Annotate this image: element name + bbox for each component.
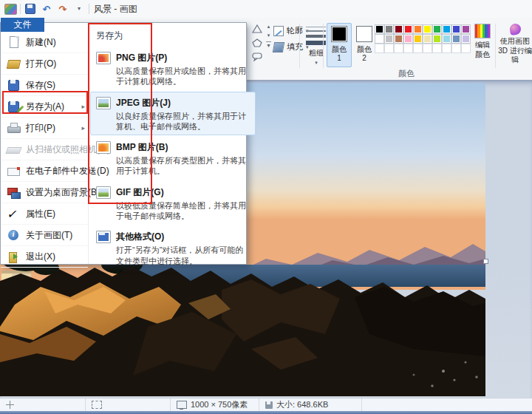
palette-swatch[interactable] (432, 34, 442, 44)
palette-swatch[interactable] (451, 24, 461, 34)
palette-empty-slot[interactable] (375, 44, 384, 53)
printer-icon (7, 121, 21, 135)
palette-swatch[interactable] (413, 34, 423, 44)
saveas-option-gif[interactable]: GIF 图片(G)以较低质量保存简单绘图，并将其用于电子邮件或网络。 (90, 181, 256, 225)
menu-item-properties[interactable]: ✓属性(E) (1, 203, 88, 225)
palette-swatch[interactable] (394, 24, 403, 34)
palette-swatch[interactable] (375, 24, 384, 34)
window-bottom-edge (0, 411, 532, 414)
palette-swatch[interactable] (375, 34, 384, 44)
palette-swatch[interactable] (442, 24, 451, 34)
fill-label: 填充 (287, 41, 303, 52)
thickness-label-area[interactable]: 粗细 ▾ (309, 49, 324, 67)
palette-empty-slot[interactable] (461, 44, 471, 53)
menu-item-exit[interactable]: 退出(X) (1, 246, 88, 268)
palette-swatch[interactable] (442, 34, 451, 44)
saveas-option-title: GIF 图片(G) (116, 186, 249, 199)
saveas-submenu-pane: 另存为 PNG 图片(P)以高质量保存照片或绘图，并将其用于计算机或网络。JPE… (89, 23, 257, 264)
palette-swatch[interactable] (403, 24, 413, 34)
palette-swatch[interactable] (461, 24, 471, 34)
cursor-position-section (0, 398, 85, 411)
edit-with-paint3d-button[interactable]: 使用画图 3D 进行编辑 (498, 24, 532, 65)
paint-app-icon (4, 4, 17, 15)
other-format-icon (96, 231, 111, 243)
saveas-option-title: 其他格式(O) (116, 231, 249, 243)
undo-button[interactable]: ↶ (40, 2, 53, 16)
saveas-option-title: PNG 图片(P) (116, 52, 249, 64)
app-menu-button[interactable] (4, 2, 17, 16)
canvas-size-value: 1000 × 750像素 (191, 399, 248, 410)
palette-swatch[interactable] (451, 34, 461, 44)
saveas-option-jpeg[interactable]: JPEG 图片(J)以良好质量保存照片，并将其用于计算机、电子邮件或网络。 (90, 92, 256, 136)
chevron-down-icon: ▾ (315, 60, 318, 65)
desktop-background-icon (7, 186, 21, 199)
saveas-option-bmp[interactable]: BMP 图片(B)以高质量保存所有类型图片，并将其用于计算机。 (90, 136, 256, 180)
scroll-up-button[interactable]: ▴ (267, 24, 270, 29)
saveas-option-other[interactable]: 其他格式(O)打开“另存为”对话框，从所有可能的文件类型中进行选择。 (90, 225, 256, 270)
outline-label: 轮廓 (287, 25, 303, 36)
color2-button[interactable]: 颜色2 (352, 23, 377, 67)
qat-customize-button[interactable]: ▾ (72, 2, 86, 16)
palette-swatch[interactable] (432, 24, 442, 34)
saveas-submenu-header: 另存为 (89, 27, 257, 46)
palette-empty-slot[interactable] (403, 44, 413, 53)
exit-icon (7, 250, 21, 263)
palette-swatch[interactable] (384, 34, 394, 44)
undo-icon: ↶ (43, 4, 51, 14)
properties-icon: ✓ (7, 207, 21, 220)
menu-item-about[interactable]: 关于画图(T) (1, 225, 88, 246)
shape-fill-button[interactable]: 填充 ▾ (273, 41, 309, 52)
palette-empty-slot[interactable] (423, 44, 432, 53)
palette-empty-slot[interactable] (384, 44, 394, 53)
saveas-option-description: 以高质量保存照片或绘图，并将其用于计算机或网络。 (116, 66, 249, 87)
palette-empty-slot[interactable] (394, 44, 403, 53)
edit-colors-button[interactable]: 编辑颜色 (472, 24, 493, 59)
new-document-icon (7, 35, 21, 49)
palette-empty-slot[interactable] (413, 44, 423, 53)
submenu-arrow-icon: ▸ (81, 103, 85, 110)
divider (361, 398, 362, 411)
colors-group-label: 颜色 (318, 68, 495, 79)
saveas-option-title: BMP 图片(B) (116, 141, 249, 154)
palette-swatch[interactable] (461, 34, 471, 44)
menu-item-save[interactable]: 保存(S) (1, 75, 88, 96)
submenu-arrow-icon: ▸ (81, 124, 85, 132)
palette-swatch[interactable] (384, 24, 394, 34)
palette-empty-slot[interactable] (451, 44, 461, 53)
edit-colors-icon (474, 24, 491, 38)
menu-item-print[interactable]: 打印(P)▸ (1, 118, 88, 139)
bmp-image-icon (96, 141, 111, 154)
menu-item-open[interactable]: 打开(O) (1, 53, 88, 75)
palette-empty-slot[interactable] (432, 44, 442, 53)
menu-item-label: 关于画图(T) (26, 229, 85, 242)
canvas-size-icon (177, 401, 187, 409)
divider (299, 24, 300, 68)
menu-item-email[interactable]: 在电子邮件中发送(D) (1, 160, 88, 182)
menu-item-new[interactable]: 新建(N) (1, 32, 88, 53)
color1-button[interactable]: 颜色1 (327, 23, 352, 67)
redo-button[interactable]: ↷ (56, 2, 69, 16)
palette-swatch[interactable] (413, 24, 423, 34)
menu-item-saveas[interactable]: 另存为(A)▸ (1, 96, 88, 118)
palette-empty-slot[interactable] (442, 44, 451, 53)
saveas-option-png[interactable]: PNG 图片(P)以高质量保存照片或绘图，并将其用于计算机或网络。 (90, 47, 256, 91)
quick-save-button[interactable] (24, 2, 37, 16)
canvas-resize-handle[interactable] (483, 259, 488, 264)
color2-swatch (356, 26, 372, 42)
scroll-down-button[interactable]: ▾ (267, 33, 270, 38)
palette-swatch[interactable] (394, 34, 403, 44)
palette-swatch[interactable] (423, 24, 432, 34)
shape-outline-button[interactable]: 轮廓 ▾ (273, 25, 309, 36)
saveas-option-title: JPEG 图片(J) (116, 97, 249, 109)
save-as-icon (7, 100, 21, 113)
file-size-icon (265, 401, 273, 409)
file-menu-panel: 新建(N)打开(O)保存(S)另存为(A)▸打印(P)▸从扫描仪或照相机(M)在… (0, 22, 247, 265)
palette-swatch[interactable] (423, 34, 432, 44)
menu-item-desktop[interactable]: 设置为桌面背景(B)▸ (1, 182, 88, 203)
palette-swatch[interactable] (403, 34, 413, 44)
thickness-label: 粗细 (309, 49, 324, 57)
gallery-more-button[interactable]: ▼ (266, 41, 271, 48)
saveas-option-list: PNG 图片(P)以高质量保存照片或绘图，并将其用于计算机或网络。JPEG 图片… (89, 46, 257, 271)
selection-size-icon (92, 401, 102, 409)
tab-file[interactable]: 文件 (1, 18, 44, 32)
